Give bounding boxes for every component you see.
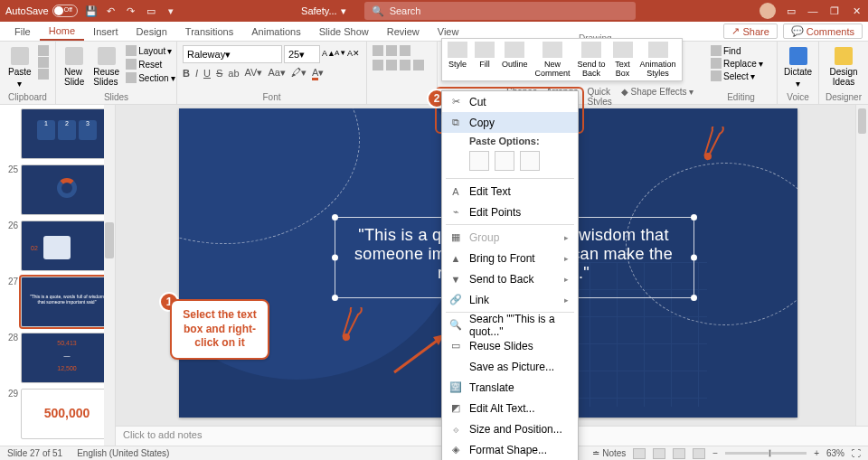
indent-dec-icon[interactable]: [400, 45, 410, 56]
reset-button[interactable]: Reset: [126, 59, 175, 70]
zoom-out-button[interactable]: −: [712, 448, 718, 458]
ctx-edit-text[interactable]: AEdit Text: [442, 181, 578, 202]
tab-slideshow[interactable]: Slide Show: [310, 22, 378, 41]
paste-picture[interactable]: [520, 151, 540, 171]
ctx-send-back[interactable]: ▼Send to Back▸: [442, 268, 578, 289]
design-ideas-button[interactable]: Design Ideas: [825, 45, 863, 89]
ctx-translate[interactable]: 🈳Translate: [442, 377, 578, 398]
ctx-format-shape[interactable]: ◈Format Shape...: [442, 439, 578, 460]
strike-button[interactable]: S: [216, 68, 222, 79]
font-size-select[interactable]: 25▾: [284, 45, 320, 63]
grow-font-icon[interactable]: A▲: [322, 49, 333, 60]
section-button[interactable]: Section ▾: [126, 72, 175, 83]
user-avatar[interactable]: [760, 3, 776, 19]
outline-button[interactable]: Outline: [502, 42, 528, 78]
text-box-button[interactable]: Text Box: [613, 42, 633, 78]
share-button[interactable]: ↗Share: [723, 23, 777, 39]
undo-icon[interactable]: ↶: [105, 5, 118, 17]
thumb-27[interactable]: "This is a quote, words full of wisdom t…: [21, 277, 113, 327]
layout-button[interactable]: Layout ▾: [126, 45, 175, 56]
tab-review[interactable]: Review: [378, 22, 429, 41]
align-left-icon[interactable]: [373, 60, 383, 70]
paste-keep-source[interactable]: [495, 151, 514, 171]
ctx-size-position[interactable]: ⟐Size and Position...: [442, 418, 578, 439]
bold-button[interactable]: B: [183, 68, 190, 79]
paste-button[interactable]: Paste▾: [5, 45, 34, 90]
tab-file[interactable]: File: [5, 22, 40, 41]
cut-icon[interactable]: [38, 45, 49, 56]
new-comment-button[interactable]: New Comment: [535, 42, 571, 78]
zoom-value[interactable]: 63%: [826, 448, 844, 458]
ctx-cut[interactable]: ✂Cut: [442, 91, 578, 112]
bullets-icon[interactable]: [373, 45, 383, 56]
qat-overflow-icon[interactable]: ▾: [165, 5, 177, 17]
case-button[interactable]: Aa▾: [268, 67, 285, 79]
ctx-bring-front[interactable]: ▲Bring to Front▸: [442, 248, 578, 268]
tab-transitions[interactable]: Transitions: [176, 22, 242, 41]
view-normal-icon[interactable]: [633, 448, 646, 459]
tab-home[interactable]: Home: [40, 22, 84, 41]
close-icon[interactable]: ✕: [850, 5, 863, 17]
format-painter-icon[interactable]: [38, 69, 49, 80]
editor-scrollbar[interactable]: [855, 105, 868, 426]
select-button[interactable]: Select ▾: [711, 70, 771, 81]
thumb-25[interactable]: [21, 164, 113, 215]
ribbon-display-icon[interactable]: ▭: [785, 5, 797, 17]
thumb-26[interactable]: 02: [21, 221, 113, 271]
thumb-29[interactable]: 500,000: [21, 389, 113, 439]
minimize-icon[interactable]: —: [807, 5, 819, 17]
send-to-back-button[interactable]: Send to Back: [578, 42, 606, 78]
shape-effects-button[interactable]: Shape Effects: [631, 87, 687, 97]
status-language[interactable]: English (United States): [77, 448, 169, 458]
thumb-24[interactable]: 123: [21, 108, 113, 159]
tab-insert[interactable]: Insert: [84, 22, 127, 41]
ctx-link[interactable]: 🔗Link▸: [442, 289, 578, 310]
justify-icon[interactable]: [413, 60, 424, 70]
clear-format-icon[interactable]: A✕: [347, 49, 358, 60]
ctx-alt-text[interactable]: ◩Edit Alt Text...: [442, 398, 578, 418]
font-color-button[interactable]: A▾: [312, 67, 324, 79]
ctx-reuse-slides[interactable]: ▭Reuse Slides: [442, 335, 578, 356]
font-family-select[interactable]: Raleway▾: [183, 45, 282, 63]
thumb-scrollbar[interactable]: [104, 105, 115, 446]
paste-use-dest-theme[interactable]: [469, 151, 489, 171]
spacing-button[interactable]: AV▾: [245, 67, 263, 79]
copy-icon[interactable]: [38, 57, 49, 68]
align-center-icon[interactable]: [386, 60, 397, 70]
dictate-button[interactable]: Dictate▾: [783, 45, 813, 90]
document-title[interactable]: Safety...▾: [301, 5, 346, 17]
search-input[interactable]: 🔍 Search: [364, 2, 636, 20]
ctx-save-picture[interactable]: Save as Picture...: [442, 356, 578, 377]
shadow-button[interactable]: ab: [228, 68, 239, 79]
highlight-button[interactable]: 🖍▾: [291, 67, 307, 79]
new-slide-button[interactable]: New Slide: [61, 45, 87, 89]
view-reading-icon[interactable]: [673, 448, 685, 459]
save-icon[interactable]: 💾: [85, 5, 98, 17]
animation-styles-button[interactable]: Animation Styles: [640, 42, 676, 78]
zoom-in-button[interactable]: +: [814, 448, 819, 458]
ctx-search[interactable]: 🔍Search ""This is a quot...": [442, 314, 578, 335]
tab-design[interactable]: Design: [127, 22, 176, 41]
redo-icon[interactable]: ↷: [125, 5, 137, 17]
notes-toggle[interactable]: ≐ Notes: [592, 448, 626, 458]
fit-to-window-icon[interactable]: ⛶: [852, 448, 861, 458]
view-slideshow-icon[interactable]: [693, 448, 705, 459]
fill-button[interactable]: Fill: [475, 42, 495, 78]
ctx-copy[interactable]: ⧉Copy: [442, 112, 578, 133]
numbering-icon[interactable]: [386, 45, 397, 56]
thumb-28[interactable]: 50,413—12,500: [21, 333, 113, 383]
style-button[interactable]: Style: [448, 42, 467, 78]
find-button[interactable]: Find: [711, 45, 771, 56]
restore-icon[interactable]: ❐: [828, 5, 841, 17]
italic-button[interactable]: I: [195, 68, 198, 79]
tab-animations[interactable]: Animations: [242, 22, 309, 41]
shrink-font-icon[interactable]: A▼: [335, 49, 345, 60]
view-sorter-icon[interactable]: [653, 448, 665, 459]
reuse-slides-button[interactable]: Reuse Slides: [90, 45, 122, 89]
start-show-icon[interactable]: ▭: [145, 5, 157, 17]
autosave-toggle[interactable]: AutoSave Off: [5, 5, 78, 17]
comments-button[interactable]: 💬Comments: [783, 23, 863, 39]
align-right-icon[interactable]: [400, 60, 410, 70]
zoom-slider[interactable]: [725, 452, 807, 455]
ctx-edit-points[interactable]: ⌁Edit Points: [442, 202, 578, 222]
